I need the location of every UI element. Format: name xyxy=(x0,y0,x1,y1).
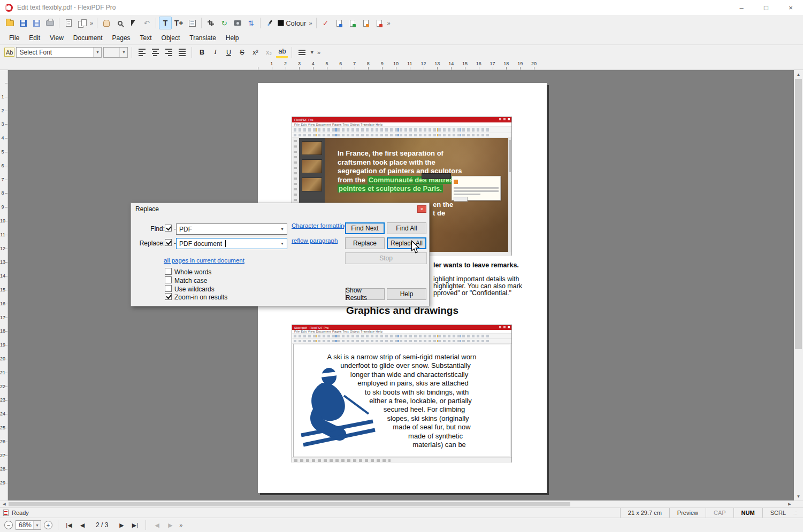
edit-document-button[interactable] xyxy=(346,17,359,29)
menu-item[interactable]: View xyxy=(45,32,68,44)
zoom-out-button[interactable]: − xyxy=(4,521,13,529)
bottom-overflow-button[interactable]: » xyxy=(178,522,183,528)
view-overflow-button[interactable]: » xyxy=(89,20,94,26)
align-right-button[interactable] xyxy=(163,47,174,58)
ruler-number: 16 xyxy=(465,59,479,70)
save-as-button[interactable] xyxy=(30,17,43,29)
export-document-button[interactable] xyxy=(360,17,372,29)
pan-tool-button[interactable] xyxy=(100,17,113,29)
close-button[interactable]: × xyxy=(778,0,803,15)
align-left-button[interactable] xyxy=(136,47,148,58)
menu-item[interactable]: Object xyxy=(157,32,185,44)
snapshot-tool-button[interactable] xyxy=(231,17,244,29)
new-document-button[interactable] xyxy=(333,17,346,29)
chevron-down-icon[interactable]: ▾ xyxy=(119,48,127,57)
menu-item[interactable]: File xyxy=(4,32,24,44)
vertical-scrollbar[interactable]: ▲ ▼ xyxy=(794,70,803,500)
toolbar-overflow-button[interactable]: » xyxy=(386,20,392,26)
menu-item[interactable]: Translate xyxy=(185,32,221,44)
menu-item[interactable]: Text xyxy=(135,32,157,44)
crop-tool-button[interactable] xyxy=(204,17,217,29)
scroll-up-icon[interactable]: ▲ xyxy=(794,70,803,79)
highlight-button[interactable]: ab xyxy=(276,47,288,58)
whole-words-checkbox[interactable] xyxy=(165,268,172,275)
delete-document-button[interactable] xyxy=(373,17,386,29)
reflow-paragraph-link[interactable]: reflow paragraph xyxy=(292,237,338,244)
scrollbar-thumb[interactable] xyxy=(9,502,570,506)
save-button[interactable] xyxy=(17,17,29,29)
find-input[interactable]: PDF ▾ xyxy=(176,223,287,235)
all-pages-link[interactable]: all pages in current document xyxy=(164,257,244,264)
next-page-button[interactable]: ▶ xyxy=(116,520,127,530)
view-back-button[interactable]: ◀ xyxy=(151,520,162,530)
show-results-button[interactable]: Show Results xyxy=(345,288,385,300)
eyedropper-button[interactable] xyxy=(263,17,276,29)
use-wildcards-checkbox[interactable] xyxy=(165,285,172,292)
strikethrough-button[interactable]: S xyxy=(236,47,248,58)
undo-button[interactable]: ↶ xyxy=(140,17,153,29)
spacing-dropdown-button[interactable]: ▾ xyxy=(309,49,315,56)
align-justify-button[interactable] xyxy=(176,47,188,58)
select-tool-button[interactable] xyxy=(127,17,140,29)
open-button[interactable] xyxy=(3,17,16,29)
scroll-left-icon[interactable]: ◀ xyxy=(0,502,9,506)
previous-page-button[interactable]: ◀ xyxy=(77,520,88,530)
zoom-tool-button[interactable] xyxy=(113,17,126,29)
character-formatting-link[interactable]: Character formatting xyxy=(292,222,348,229)
find-all-button[interactable]: Find All xyxy=(387,222,426,234)
superscript-button[interactable]: x² xyxy=(249,47,261,58)
rotate-tool-button[interactable]: ↻ xyxy=(218,17,231,29)
font-selector[interactable]: Select Font ▾ xyxy=(16,47,102,58)
scrollbar-thumb[interactable] xyxy=(795,79,802,349)
align-center-button[interactable] xyxy=(149,47,161,58)
subscript-button[interactable]: x₂ xyxy=(263,47,274,58)
colour-overflow-button[interactable]: » xyxy=(308,20,313,26)
menu-item[interactable]: Document xyxy=(68,32,108,44)
chevron-down-icon[interactable]: ▾ xyxy=(278,238,287,249)
help-button[interactable]: Help xyxy=(387,288,426,300)
font-size-selector[interactable]: ▾ xyxy=(103,47,128,58)
match-case-checkbox[interactable] xyxy=(165,276,172,283)
replace-checkbox[interactable] xyxy=(165,239,172,246)
mini-toolbar xyxy=(292,133,511,138)
chevron-down-icon[interactable]: ▾ xyxy=(93,48,101,57)
find-next-button[interactable]: Find Next xyxy=(345,222,385,234)
underline-button[interactable]: U xyxy=(223,47,234,58)
dialog-title-bar[interactable]: Replace xyxy=(131,203,429,214)
zoom-in-button[interactable]: + xyxy=(44,521,52,529)
format-overflow-button[interactable]: » xyxy=(316,49,322,56)
text-frame-tool-button[interactable] xyxy=(186,17,198,29)
body-text-fragment: pproved" or "Confidential." xyxy=(433,289,511,297)
reflow-tool-button[interactable]: ⇅ xyxy=(244,17,257,29)
last-page-button[interactable]: ▶| xyxy=(129,520,140,530)
mini-toolbar xyxy=(292,334,511,339)
menu-item[interactable]: Help xyxy=(221,32,244,44)
find-checkbox[interactable] xyxy=(165,225,172,232)
add-text-tool-button[interactable]: T+ xyxy=(172,17,185,29)
italic-button[interactable]: I xyxy=(209,47,221,58)
single-page-view-button[interactable] xyxy=(62,17,75,29)
dialog-close-button[interactable]: × xyxy=(417,205,426,213)
menu-item[interactable]: Pages xyxy=(108,32,135,44)
print-button[interactable] xyxy=(43,17,56,29)
scroll-right-icon[interactable]: ▶ xyxy=(785,502,794,506)
edit-text-tool-button[interactable]: T xyxy=(159,17,172,29)
spellcheck-button[interactable]: ✓ xyxy=(319,17,332,29)
horizontal-scrollbar[interactable]: ◀ ▶ xyxy=(0,500,803,507)
zoom-level-selector[interactable]: 68% ▾ xyxy=(16,520,41,530)
replace-button[interactable]: Replace xyxy=(345,237,385,249)
menu-item[interactable]: Edit xyxy=(24,32,45,44)
view-forward-button[interactable]: ▶ xyxy=(165,520,175,530)
zoom-in-results-checkbox[interactable] xyxy=(165,293,172,300)
line-spacing-button[interactable] xyxy=(296,47,308,58)
minimize-button[interactable]: – xyxy=(729,0,754,15)
replace-input[interactable]: PDF document ▾ xyxy=(176,238,287,249)
maximize-button[interactable]: □ xyxy=(754,0,778,15)
colour-button[interactable]: Colour xyxy=(277,17,307,29)
chevron-down-icon[interactable]: ▾ xyxy=(278,224,287,234)
bold-button[interactable]: B xyxy=(196,47,208,58)
scroll-down-icon[interactable]: ▼ xyxy=(794,492,803,500)
first-page-button[interactable]: |◀ xyxy=(64,520,74,530)
chevron-down-icon[interactable]: ▾ xyxy=(33,521,41,529)
facing-pages-view-button[interactable] xyxy=(75,17,88,29)
